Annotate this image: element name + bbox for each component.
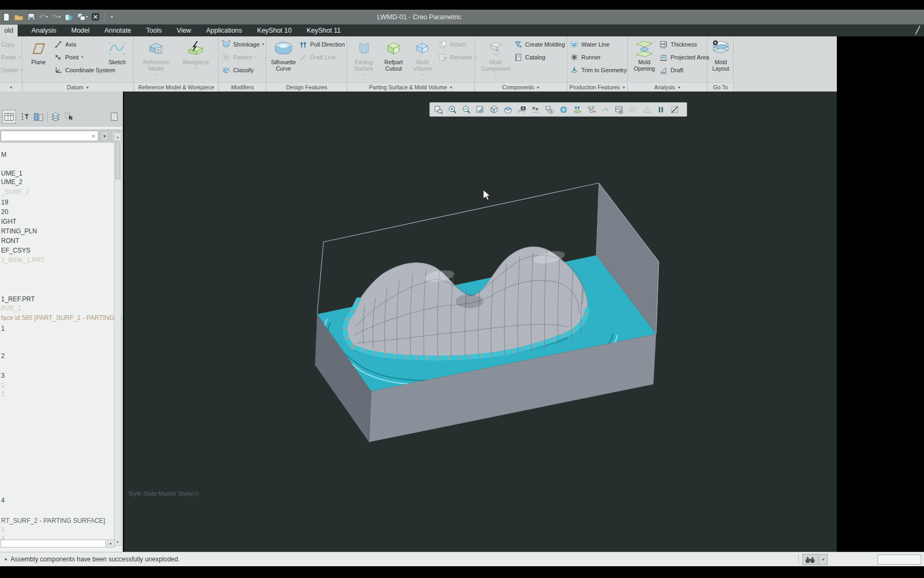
tree-item[interactable]: _SURF_2: [1, 188, 29, 196]
tree-item[interactable]: UME_1: [1, 170, 22, 178]
model-tree-button[interactable]: [2, 110, 16, 124]
tree-item[interactable]: RONT: [1, 237, 19, 245]
delete-button[interactable]: Delete▾: [1, 64, 22, 76]
pause-button[interactable]: [654, 103, 667, 116]
search-model-button[interactable]: [802, 554, 818, 565]
tree-search-input[interactable]: ✕: [1, 131, 98, 141]
reference-model-button[interactable]: Reference Model▾: [138, 39, 174, 78]
group-label-modifiers[interactable]: Modifiers: [219, 82, 266, 92]
tree-vertical-scrollbar[interactable]: ▴ ▾: [114, 133, 121, 546]
group-label-datum[interactable]: Datum▼: [23, 82, 133, 92]
close-window-icon[interactable]: [91, 12, 99, 22]
tab-annotate[interactable]: Annotate: [97, 25, 138, 36]
tree-item[interactable]: RVE_1: [1, 305, 21, 313]
datum-display-button[interactable]: [529, 103, 542, 116]
scroll-up-icon[interactable]: ▴: [114, 133, 121, 140]
workpiece-button[interactable]: Workpiece▾: [179, 39, 212, 72]
orientation-button[interactable]: [585, 103, 598, 116]
group-label-ref-workpiece[interactable]: Reference Model & Workpiece: [134, 82, 218, 92]
tree-item[interactable]: 3: [1, 526, 5, 534]
tree-filter-button[interactable]: [19, 110, 31, 124]
annotation-display-button[interactable]: [543, 103, 556, 116]
previous-view-button[interactable]: [627, 103, 640, 116]
water-line-button[interactable]: Water Line: [570, 39, 610, 50]
refit-button[interactable]: [432, 103, 445, 116]
rename-button[interactable]: Rename▾: [438, 51, 476, 63]
tab-keyshot11[interactable]: KeyShot 11: [299, 25, 348, 36]
tree-item[interactable]: 1_WRK_1.PRT: [1, 256, 45, 264]
silhouette-curve-button[interactable]: Silhouette Curve: [268, 39, 299, 72]
parting-surface-button[interactable]: Parting Surface▾: [349, 39, 379, 78]
tab-analysis[interactable]: Analysis: [24, 25, 64, 36]
spin-center-button[interactable]: [557, 103, 570, 116]
tree-item[interactable]: 20: [1, 208, 8, 216]
attach-button[interactable]: Attach: [438, 39, 466, 50]
paste-button[interactable]: Paste▾: [1, 51, 21, 63]
thickness-button[interactable]: Thickness: [659, 39, 697, 50]
mold-layout-button[interactable]: Mold Layout: [709, 39, 733, 72]
trim-to-geometry-button[interactable]: Trim to Geometry: [570, 64, 627, 76]
save-icon[interactable]: [27, 12, 35, 22]
tab-model[interactable]: Model: [64, 25, 97, 36]
refpart-cutout-button[interactable]: Refpart Cutout: [380, 39, 407, 72]
tree-item[interactable]: 3: [1, 372, 5, 380]
tab-mold-active[interactable]: old: [0, 25, 18, 36]
clear-search-icon[interactable]: ✕: [91, 133, 96, 139]
tab-tools[interactable]: Tools: [138, 25, 169, 36]
explode-view-button[interactable]: [571, 103, 584, 116]
group-label-design-features[interactable]: Design Features: [267, 82, 346, 92]
tree-item[interactable]: EF_CSYS: [1, 247, 30, 255]
repaint-button[interactable]: [474, 103, 487, 116]
plane-button[interactable]: Plane: [26, 39, 51, 65]
mold-volume-button[interactable]: Mold Volume▾: [409, 39, 436, 78]
scroll-right-button[interactable]: ▸: [107, 539, 115, 547]
group-label-analysis[interactable]: Analysis▼: [628, 82, 707, 92]
zoom-out-button[interactable]: [460, 103, 473, 116]
classify-button[interactable]: Classify: [222, 64, 254, 76]
search-dropdown-button[interactable]: ▾: [100, 131, 109, 141]
tree-item[interactable]: 4: [1, 497, 5, 505]
tree-item[interactable]: RT_SURF_2 - PARTING SURFACE]: [1, 517, 105, 525]
tab-keyshot10[interactable]: KeyShot 10: [250, 25, 299, 36]
pull-direction-button[interactable]: Pull Direction: [299, 39, 345, 50]
qat-customize-icon[interactable]: ▾: [111, 12, 113, 22]
tree-item-highlighted[interactable]: face id 585 [PART_SURF_1 - PARTING SURFA…: [1, 314, 123, 322]
shrinkage-button[interactable]: Shrinkage▾: [222, 39, 264, 50]
redo-icon[interactable]: ↷▾: [52, 12, 61, 22]
coordinate-system-button[interactable]: Coordinate System: [54, 64, 116, 76]
tree-settings-button[interactable]: [108, 110, 121, 124]
tab-view[interactable]: View: [170, 25, 199, 36]
tree-item[interactable]: 2: [1, 390, 5, 398]
saved-views-button[interactable]: [502, 103, 514, 116]
axis-button[interactable]: Axis: [54, 39, 76, 50]
group-label-components[interactable]: Components▼: [475, 82, 567, 92]
open-folder-icon[interactable]: [14, 12, 24, 22]
tree-item[interactable]: 2: [1, 352, 5, 360]
pattern-button[interactable]: Pattern▾: [222, 51, 257, 63]
tree-item[interactable]: 1_REF.PRT: [1, 295, 35, 303]
catalog-button[interactable]: Catalog: [514, 51, 545, 63]
create-molding-button[interactable]: Create Molding: [514, 39, 565, 50]
group-label-parting[interactable]: Parting Surface & Mold Volume▼: [348, 82, 474, 92]
tree-item[interactable]: RTING_PLN: [1, 227, 37, 235]
tree-item[interactable]: 1: [1, 325, 5, 333]
point-button[interactable]: Point▾: [54, 51, 83, 63]
mold-component-button[interactable]: Mold Component▾: [479, 39, 513, 78]
mold-opening-button[interactable]: Mold Opening: [629, 39, 659, 72]
display-style-button[interactable]: [488, 103, 500, 116]
status-field[interactable]: [877, 554, 921, 565]
layers-button[interactable]: [49, 110, 62, 124]
scroll-down-icon[interactable]: ▾: [114, 538, 121, 545]
graphics-area[interactable]: Style State:Master Style(+): [124, 92, 837, 552]
copy-button[interactable]: Copy: [1, 39, 15, 50]
tree-columns-button[interactable]: [32, 110, 45, 124]
group-label-goto[interactable]: Go To: [708, 82, 733, 92]
search-options-button[interactable]: ▾: [819, 554, 828, 565]
runner-button[interactable]: Runner: [570, 51, 600, 63]
tab-applications[interactable]: Applications: [198, 25, 249, 36]
capture-image-button[interactable]: [515, 103, 528, 116]
geometry-check-button[interactable]: [641, 103, 653, 116]
tree-item[interactable]: IGHT: [1, 218, 17, 226]
tree-item[interactable]: M: [1, 151, 6, 159]
new-file-icon[interactable]: [3, 12, 10, 22]
